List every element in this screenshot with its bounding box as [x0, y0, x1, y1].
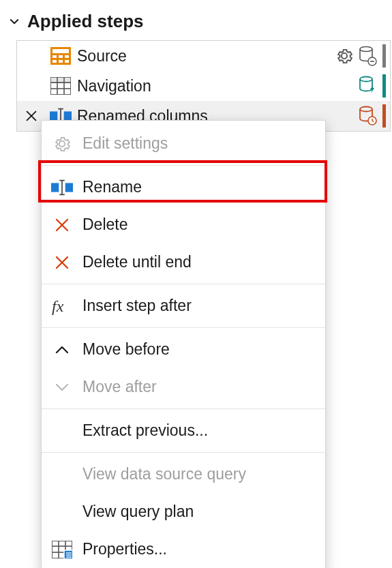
table-source-icon — [50, 47, 72, 65]
svg-rect-20 — [50, 111, 57, 120]
svg-rect-21 — [64, 111, 72, 120]
menu-label: Extract previous... — [82, 421, 208, 440]
applied-steps-header[interactable]: Applied steps — [0, 0, 392, 40]
svg-rect-16 — [50, 77, 71, 83]
menu-separator — [42, 284, 325, 284]
x-icon — [51, 217, 73, 233]
menu-label: Insert step after — [82, 297, 192, 315]
menu-extract-previous[interactable]: Extract previous... — [42, 412, 325, 449]
status-bar — [382, 104, 386, 128]
gear-icon[interactable] — [335, 46, 354, 65]
chevron-down-icon — [51, 380, 73, 394]
svg-point-19 — [360, 77, 372, 82]
svg-rect-3 — [59, 55, 63, 58]
step-context-menu: Edit settings Rename Delete Delete until… — [41, 120, 326, 568]
table-grid-icon — [50, 77, 72, 95]
menu-properties[interactable]: Properties... — [42, 530, 325, 568]
menu-label: Delete until end — [82, 253, 192, 271]
svg-rect-1 — [52, 49, 69, 53]
svg-rect-6 — [59, 60, 63, 63]
step-row-navigation[interactable]: Navigation — [17, 71, 390, 101]
svg-rect-5 — [52, 60, 57, 63]
panel-title: Applied steps — [27, 11, 143, 32]
svg-rect-24 — [51, 183, 59, 192]
menu-rename[interactable]: Rename — [42, 168, 325, 206]
fx-icon: fx — [51, 297, 73, 315]
database-minus-icon[interactable] — [358, 46, 377, 66]
menu-separator — [42, 452, 325, 453]
step-row-source[interactable]: Source — [17, 41, 390, 71]
applied-steps-panel: Source — [16, 40, 391, 132]
delete-step-icon[interactable] — [24, 108, 39, 123]
menu-label: Properties... — [82, 540, 167, 558]
menu-label: Move before — [82, 340, 170, 359]
menu-label: Rename — [82, 178, 142, 196]
svg-rect-7 — [65, 60, 69, 63]
database-clock-icon[interactable] — [358, 106, 377, 126]
rename-icon — [51, 179, 73, 196]
menu-view-data-source-query: View data source query — [42, 455, 325, 493]
svg-text:fx: fx — [52, 297, 64, 315]
menu-label: View query plan — [82, 503, 194, 521]
menu-label: Delete — [82, 215, 127, 234]
menu-separator — [42, 408, 325, 409]
svg-rect-2 — [52, 55, 57, 58]
gear-icon — [51, 134, 73, 153]
menu-label: Move after — [82, 378, 157, 396]
svg-point-22 — [360, 107, 372, 112]
menu-move-before[interactable]: Move before — [42, 331, 325, 368]
status-bar — [382, 74, 386, 98]
menu-view-query-plan[interactable]: View query plan — [42, 493, 325, 530]
menu-edit-settings: Edit settings — [42, 125, 325, 162]
svg-rect-4 — [65, 55, 69, 58]
menu-separator — [42, 327, 325, 328]
menu-label: Edit settings — [82, 134, 168, 153]
chevron-up-icon — [51, 343, 73, 357]
status-bar — [382, 44, 386, 68]
svg-point-8 — [360, 47, 372, 52]
table-properties-icon — [51, 541, 73, 558]
database-lightning-icon[interactable] — [358, 76, 377, 96]
chevron-down-icon — [8, 16, 20, 28]
step-label: Navigation — [77, 77, 358, 95]
svg-rect-25 — [65, 183, 73, 192]
x-icon — [51, 254, 73, 271]
menu-label: View data source query — [82, 465, 246, 483]
menu-delete[interactable]: Delete — [42, 206, 325, 243]
menu-move-after: Move after — [42, 368, 325, 406]
menu-delete-until-end[interactable]: Delete until end — [42, 243, 325, 281]
menu-insert-step-after[interactable]: fx Insert step after — [42, 287, 325, 325]
menu-separator — [42, 165, 325, 166]
step-label: Source — [77, 47, 335, 65]
